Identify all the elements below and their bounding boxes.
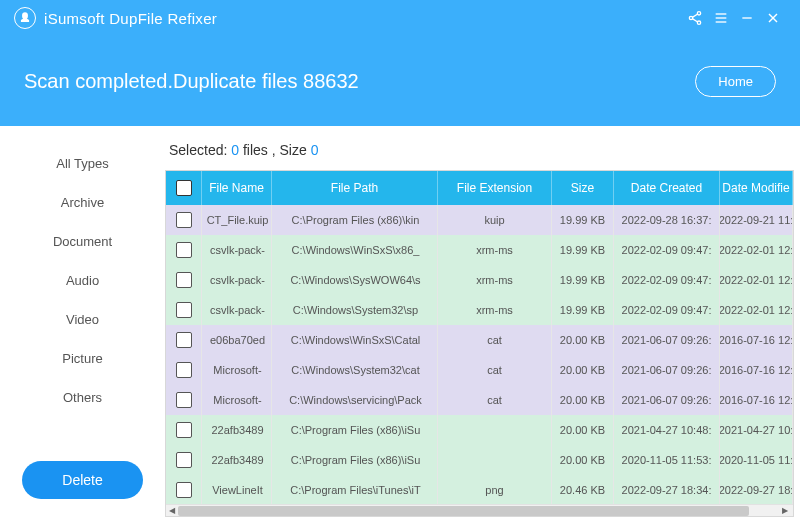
col-modified[interactable]: Date Modifie — [720, 171, 793, 205]
cell-created: 2020-11-05 11:53: — [614, 445, 720, 475]
row-checkbox[interactable] — [176, 422, 192, 438]
close-icon[interactable] — [760, 5, 786, 31]
table-row[interactable]: Microsoft-C:\Windows\System32\catcat20.0… — [166, 355, 793, 385]
row-checkbox[interactable] — [176, 212, 192, 228]
cell-filename: ViewLineIt — [202, 475, 272, 504]
cell-filepath: C:\Program Files (x86)\iSu — [272, 445, 438, 475]
col-filename[interactable]: File Name — [202, 171, 272, 205]
main-panel: Selected: 0 files , Size 0 File Name Fil… — [165, 126, 800, 521]
share-icon[interactable] — [682, 5, 708, 31]
row-checkbox[interactable] — [176, 272, 192, 288]
selection-count: 0 — [231, 142, 239, 158]
cell-modified: 2020-11-05 11: — [720, 445, 793, 475]
cell-filepath: C:\Windows\servicing\Pack — [272, 385, 438, 415]
cell-modified: 2022-09-27 18: — [720, 475, 793, 504]
row-checkbox-cell — [166, 235, 202, 265]
cell-modified: 2016-07-16 12: — [720, 385, 793, 415]
row-checkbox-cell — [166, 355, 202, 385]
sidebar-item-all-types[interactable]: All Types — [53, 144, 112, 183]
cell-filename: csvlk-pack- — [202, 265, 272, 295]
cell-filepath: C:\Windows\WinSxS\Catal — [272, 325, 438, 355]
table-row[interactable]: Microsoft-C:\Windows\servicing\Packcat20… — [166, 385, 793, 415]
scroll-right-icon[interactable]: ▶ — [779, 505, 791, 517]
table-row[interactable]: e06ba70edC:\Windows\WinSxS\Catalcat20.00… — [166, 325, 793, 355]
row-checkbox[interactable] — [176, 242, 192, 258]
table-row[interactable]: 22afb3489C:\Program Files (x86)\iSu20.00… — [166, 445, 793, 475]
selection-mid: files , Size — [239, 142, 311, 158]
cell-filename: CT_File.kuip — [202, 205, 272, 235]
sidebar-item-archive[interactable]: Archive — [53, 183, 112, 222]
row-checkbox[interactable] — [176, 302, 192, 318]
selection-prefix: Selected: — [169, 142, 231, 158]
svg-line-3 — [692, 14, 697, 17]
cell-filename: csvlk-pack- — [202, 235, 272, 265]
cell-created: 2021-06-07 09:26: — [614, 385, 720, 415]
row-checkbox[interactable] — [176, 362, 192, 378]
cell-modified: 2022-02-01 12: — [720, 295, 793, 325]
col-size[interactable]: Size — [552, 171, 614, 205]
table-row[interactable]: csvlk-pack-C:\Windows\System32\spxrm-ms1… — [166, 295, 793, 325]
horizontal-scrollbar[interactable]: ◀ ▶ — [166, 504, 793, 516]
table-row[interactable]: 22afb3489C:\Program Files (x86)\iSu20.00… — [166, 415, 793, 445]
home-button[interactable]: Home — [695, 66, 776, 97]
header: Scan completed.Duplicate files 88632 Hom… — [0, 36, 800, 126]
col-extension[interactable]: File Extension — [438, 171, 552, 205]
delete-button[interactable]: Delete — [22, 461, 142, 499]
cell-created: 2022-02-09 09:47: — [614, 235, 720, 265]
cell-size: 20.00 KB — [552, 355, 614, 385]
row-checkbox-cell — [166, 445, 202, 475]
table-row[interactable]: csvlk-pack-C:\Windows\SysWOW64\sxrm-ms19… — [166, 265, 793, 295]
sidebar-item-audio[interactable]: Audio — [53, 261, 112, 300]
table-row[interactable]: csvlk-pack-C:\Windows\WinSxS\x86_xrm-ms1… — [166, 235, 793, 265]
header-checkbox-cell — [166, 171, 202, 205]
table-row[interactable]: CT_File.kuipC:\Program Files (x86)\kinku… — [166, 205, 793, 235]
row-checkbox[interactable] — [176, 392, 192, 408]
row-checkbox-cell — [166, 415, 202, 445]
cell-created: 2021-06-07 09:26: — [614, 325, 720, 355]
select-all-checkbox[interactable] — [176, 180, 192, 196]
cell-modified: 2016-07-16 12: — [720, 355, 793, 385]
sidebar-item-others[interactable]: Others — [53, 378, 112, 417]
app-logo-icon — [14, 7, 36, 29]
minimize-icon[interactable] — [734, 5, 760, 31]
cell-size: 20.00 KB — [552, 385, 614, 415]
table-row[interactable]: ViewLineItC:\Program Files\iTunes\iTpng2… — [166, 475, 793, 504]
sidebar-item-video[interactable]: Video — [53, 300, 112, 339]
row-checkbox-cell — [166, 475, 202, 504]
row-checkbox[interactable] — [176, 332, 192, 348]
cell-extension: xrm-ms — [438, 265, 552, 295]
sidebar-item-picture[interactable]: Picture — [53, 339, 112, 378]
table-header: File Name File Path File Extension Size … — [166, 171, 793, 205]
cell-modified: 2022-09-21 11: — [720, 205, 793, 235]
cell-filepath: C:\Program Files (x86)\kin — [272, 205, 438, 235]
sidebar: All TypesArchiveDocumentAudioVideoPictur… — [0, 126, 165, 521]
scrollbar-thumb[interactable] — [178, 506, 749, 516]
row-checkbox[interactable] — [176, 482, 192, 498]
col-created[interactable]: Date Created — [614, 171, 720, 205]
scroll-left-icon[interactable]: ◀ — [166, 505, 178, 517]
cell-extension — [438, 415, 552, 445]
cell-filename: csvlk-pack- — [202, 295, 272, 325]
menu-icon[interactable] — [708, 5, 734, 31]
row-checkbox-cell — [166, 265, 202, 295]
row-checkbox[interactable] — [176, 452, 192, 468]
row-checkbox-cell — [166, 295, 202, 325]
cell-modified: 2016-07-16 12: — [720, 325, 793, 355]
cell-created: 2022-02-09 09:47: — [614, 295, 720, 325]
sidebar-item-document[interactable]: Document — [53, 222, 112, 261]
selection-size: 0 — [311, 142, 319, 158]
cell-extension: cat — [438, 325, 552, 355]
cell-size: 20.00 KB — [552, 325, 614, 355]
titlebar: iSumsoft DupFile Refixer — [0, 0, 800, 36]
app-title: iSumsoft DupFile Refixer — [44, 10, 217, 27]
cell-filename: 22afb3489 — [202, 415, 272, 445]
cell-filepath: C:\Windows\WinSxS\x86_ — [272, 235, 438, 265]
cell-size: 19.99 KB — [552, 265, 614, 295]
cell-size: 20.46 KB — [552, 475, 614, 504]
cell-size: 19.99 KB — [552, 235, 614, 265]
col-filepath[interactable]: File Path — [272, 171, 438, 205]
cell-extension: xrm-ms — [438, 235, 552, 265]
cell-created: 2022-09-27 18:34: — [614, 475, 720, 504]
row-checkbox-cell — [166, 385, 202, 415]
cell-extension — [438, 445, 552, 475]
